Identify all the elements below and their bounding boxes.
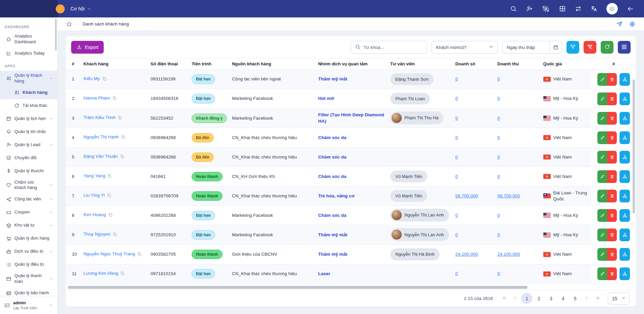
sidebar-item-kh-ch-h-ng[interactable]: Khách hàng (0, 86, 57, 99)
service-link[interactable]: Hút mỡ (318, 96, 334, 101)
sidebar-item-d-ch-v-i-u-tr[interactable]: Dịch vụ điều trị (0, 245, 57, 258)
edit-button[interactable] (597, 229, 607, 241)
revenue-value[interactable]: 0 (497, 96, 500, 101)
sidebar-item-qu-n-l-l-i-nh-c[interactable]: Quản lý lời nhắc (0, 125, 57, 138)
send-icon[interactable] (616, 21, 623, 27)
copy-icon[interactable] (121, 135, 126, 141)
tree-button[interactable] (620, 267, 630, 280)
page-button-4[interactable]: 4 (557, 293, 568, 304)
search-icon[interactable] (510, 5, 517, 12)
customer-link[interactable]: Nguyễn Thị Hạnh (84, 134, 119, 139)
copy-icon[interactable] (120, 154, 125, 161)
collect-date-input[interactable]: Ngày thu thập (502, 41, 562, 54)
edit-button[interactable] (597, 170, 607, 183)
edit-button[interactable] (597, 92, 607, 105)
consultant-pill[interactable]: Nguyễn Thị Lan Anh (390, 209, 449, 222)
service-link[interactable]: Chăm sóc da (318, 174, 346, 179)
revenue-value[interactable]: 0 (497, 116, 500, 121)
consultant-pill[interactable]: Vũ Mạnh Tiến (390, 190, 427, 202)
globe-icon[interactable] (629, 21, 635, 27)
sidebar-item-qu-n-l-n-h-ng[interactable]: Quản lý đơn hàng (0, 232, 57, 245)
consultant-pill[interactable]: Phạm Thị Loan (390, 93, 430, 105)
edit-button[interactable] (597, 151, 607, 164)
sales-value[interactable]: 56.700.000 (455, 193, 478, 198)
copy-icon[interactable] (112, 232, 117, 238)
delete-button[interactable] (607, 229, 617, 241)
delete-button[interactable] (607, 209, 617, 222)
customer-link[interactable]: Nguyễn Ngọc Thuỷ Trang (84, 251, 135, 256)
edit-button[interactable] (597, 112, 607, 125)
sidebar-item-qu-n-l-l-ch-h-n[interactable]: Quản lý lịch hẹn (0, 112, 57, 125)
copy-icon[interactable] (117, 115, 122, 122)
avatar[interactable] (606, 3, 618, 14)
revenue-value[interactable]: 0 (497, 232, 500, 237)
tree-button[interactable] (620, 112, 630, 125)
filter-button[interactable] (566, 41, 579, 54)
tree-button[interactable] (620, 131, 630, 144)
customer-link[interactable]: Trâm Kiều Trinh (84, 115, 116, 120)
last-page-button[interactable] (593, 294, 603, 304)
sidebar-collapse-button[interactable] (56, 4, 65, 13)
delete-button[interactable] (607, 151, 617, 164)
sales-value[interactable]: 24.100.000 (455, 252, 478, 257)
keyword-search-input[interactable]: Từ khoá... (351, 41, 427, 54)
sidebar-item-qu-n-l-thu-chi[interactable]: Quản lý thu/chi (0, 165, 57, 178)
revenue-value[interactable]: 56.700.000 (497, 193, 520, 198)
home-icon[interactable] (66, 21, 72, 27)
sidebar-item-qu-n-l-lead[interactable]: Quản lý Lead (0, 138, 57, 151)
customer-type-select[interactable]: Khách mới/cũ? (432, 41, 498, 54)
tree-button[interactable] (620, 73, 630, 86)
customer-link[interactable]: Yang Yang (84, 173, 105, 178)
translate-icon[interactable] (591, 5, 597, 12)
delete-button[interactable] (607, 73, 617, 86)
consultant-pill[interactable]: Nguyễn Thị Hà Định (390, 248, 440, 260)
service-link[interactable]: Thẩm mỹ mắt (318, 76, 347, 81)
sales-value[interactable]: 0 (455, 116, 458, 121)
sales-value[interactable]: 0 (455, 76, 458, 81)
sidebar-item-qu-n-l-kh-ch-h-ng[interactable]: Quản lý khách hàng (0, 71, 57, 86)
delete-button[interactable] (607, 170, 617, 183)
revenue-value[interactable]: 0 (497, 135, 500, 140)
vertical-scrollbar[interactable] (633, 79, 635, 213)
sidebar-item-kho-v-t-t[interactable]: Kho vật tư (0, 219, 57, 232)
page-button-2[interactable]: 2 (533, 293, 544, 304)
delete-button[interactable] (607, 92, 617, 105)
tree-button[interactable] (620, 170, 630, 183)
sales-value[interactable]: 0 (455, 96, 458, 101)
sales-value[interactable]: 0 (455, 174, 458, 179)
sidebar-item-t-i-khai-th-c[interactable]: Tái khai thác (0, 99, 57, 112)
copy-icon[interactable] (107, 174, 112, 180)
customer-link[interactable]: Thuy Nguyen (84, 232, 110, 237)
columns-button[interactable] (618, 41, 631, 54)
tree-button[interactable] (620, 209, 630, 222)
sidebar-item-analytics-today[interactable]: Analytics Today (0, 47, 57, 60)
sidebar-item-analytics-dashboard[interactable]: Analytics Dashboard (0, 32, 57, 47)
edit-button[interactable] (597, 248, 607, 261)
sidebar-item-qu-n-l-b-o-h-nh[interactable]: Quản lý bảo hành (0, 287, 57, 296)
back-icon[interactable] (627, 5, 634, 12)
delete-button[interactable] (607, 112, 617, 125)
sales-value[interactable]: 0 (455, 154, 458, 160)
revenue-value[interactable]: 24.100.000 (497, 252, 520, 257)
edit-button[interactable] (597, 73, 607, 86)
clear-filter-button[interactable] (584, 41, 596, 54)
delete-button[interactable] (607, 131, 617, 144)
swap-icon[interactable] (575, 5, 582, 12)
service-link[interactable]: Laser (318, 271, 330, 276)
consultant-pill[interactable]: Đặng Thanh Sơn (390, 73, 434, 85)
edit-button[interactable] (597, 209, 607, 222)
copy-icon[interactable] (137, 252, 142, 258)
page-button-3[interactable]: 3 (545, 293, 556, 304)
revenue-value[interactable]: 0 (497, 271, 500, 276)
settings-icon[interactable] (542, 5, 550, 13)
copy-icon[interactable] (102, 76, 107, 83)
sales-value[interactable]: 0 (455, 232, 458, 237)
delete-button[interactable] (607, 267, 617, 280)
horizontal-scrollbar-thumb[interactable] (68, 286, 528, 289)
consultant-pill[interactable]: Phạm Thị Thu Hà (390, 112, 443, 124)
modules-icon[interactable] (559, 5, 566, 12)
export-button[interactable]: Export (71, 41, 104, 54)
delete-button[interactable] (607, 248, 617, 261)
customer-link[interactable]: Đặng Văn Thuấn (84, 154, 118, 159)
sales-value[interactable]: 0 (455, 271, 458, 276)
